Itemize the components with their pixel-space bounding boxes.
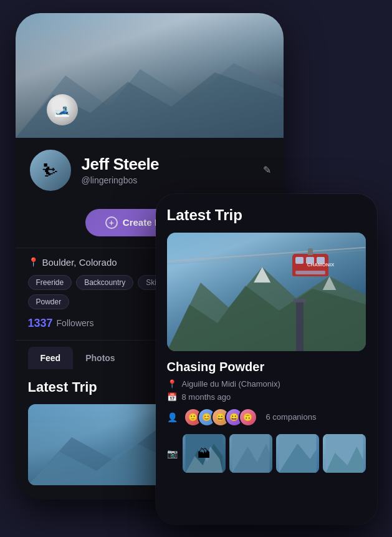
tag-freeride[interactable]: Freeride xyxy=(28,275,72,290)
avatar xyxy=(28,148,73,193)
companions-count: 6 companions xyxy=(266,412,317,422)
plus-circle-icon: + xyxy=(105,216,118,229)
thumb-3[interactable] xyxy=(276,434,319,473)
hero-banner xyxy=(16,13,284,138)
trip-meta: 📍 Aiguille du Midi (Chamonix) 📅 8 months… xyxy=(167,379,366,402)
skier-thumbnail xyxy=(47,94,78,125)
profile-name: Jeff Steele xyxy=(82,155,254,174)
location-meta: 📍 Aiguille du Midi (Chamonix) xyxy=(167,379,366,389)
photo-thumbs[interactable] xyxy=(183,434,366,473)
tab-photos[interactable]: Photos xyxy=(73,347,127,369)
location-text: Boulder, Colorado xyxy=(42,257,117,268)
tag-powder[interactable]: Powder xyxy=(28,294,70,309)
svg-rect-20 xyxy=(325,434,363,473)
svg-rect-14 xyxy=(232,434,269,473)
trip-date: 8 months ago xyxy=(182,392,231,402)
svg-rect-17 xyxy=(279,434,316,473)
location-meta-icon: 📍 xyxy=(167,379,177,389)
phone-foreground: Latest Trip xyxy=(156,194,377,525)
tab-feed[interactable]: Feed xyxy=(28,347,74,369)
profile-row: Jeff Steele @lingeringbos ✎ xyxy=(16,138,284,201)
front-trip-image: CHAMONIX xyxy=(167,233,366,351)
trip-location: Aiguille du Midi (Chamonix) xyxy=(182,379,280,389)
front-section-title: Latest Trip xyxy=(167,206,366,224)
camera-icon: 📷 xyxy=(167,448,178,458)
followers-label: Followers xyxy=(57,318,94,328)
location-pin-icon: 📍 xyxy=(28,257,39,267)
followers-count[interactable]: 1337 xyxy=(28,317,53,330)
profile-text: Jeff Steele @lingeringbos xyxy=(82,155,254,185)
thumb-1[interactable] xyxy=(183,434,226,473)
profile-handle: @lingeringbos xyxy=(82,175,254,185)
calendar-icon: 📅 xyxy=(167,392,177,402)
companions-icon: 👤 xyxy=(167,412,178,422)
avatar-stack: 🙂 😊 😄 😀 🙃 xyxy=(184,408,252,427)
thumb-4[interactable] xyxy=(323,434,366,473)
tag-backcountry[interactable]: Backcountry xyxy=(76,275,133,290)
companions-row: 👤 🙂 😊 😄 😀 🙃 6 companions xyxy=(167,408,366,427)
trip-name: Chasing Powder xyxy=(167,360,366,374)
edit-icon[interactable]: ✎ xyxy=(263,164,271,176)
date-meta: 📅 8 months ago xyxy=(167,392,366,402)
companion-5: 🙃 xyxy=(239,408,257,427)
thumb-2[interactable] xyxy=(229,434,272,473)
